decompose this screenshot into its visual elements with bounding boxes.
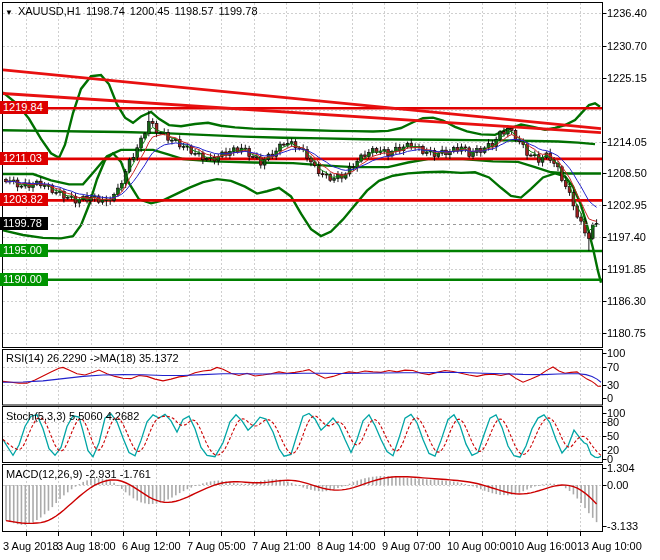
chart-symbol-period: XAUUSD,H1 xyxy=(18,5,81,17)
rsi-axis-label: 70 xyxy=(607,361,619,373)
macd-indicator-label: MACD(12,26,9) -2.931 -1.761 xyxy=(6,468,151,480)
ohlc-open: 1198.74 xyxy=(86,5,125,17)
price-axis-label: 1225.15 xyxy=(607,72,647,84)
chart-title: ▼XAUUSD,H11198.741200.451198.571199.78 xyxy=(5,5,263,17)
ohlc-low: 1198.57 xyxy=(175,5,214,17)
macd-axis-label: -3.133 xyxy=(607,520,638,532)
time-axis-label: 7 Aug 21:00 xyxy=(252,540,311,552)
symbol-dropdown-icon[interactable]: ▼ xyxy=(5,8,13,17)
time-axis-label: 6 Aug 12:00 xyxy=(122,540,181,552)
rsi-axis-label: 30 xyxy=(607,379,619,391)
support-price-badge: 1190.00 xyxy=(0,273,48,286)
ohlc-high: 1200.45 xyxy=(130,5,170,17)
price-axis-label: 1230.70 xyxy=(607,40,647,52)
rsi-axis-label: 0 xyxy=(607,392,613,404)
time-axis-label: 9 Aug 07:00 xyxy=(382,540,441,552)
price-axis-label: 1236.40 xyxy=(607,7,647,19)
ohlc-close: 1199.78 xyxy=(219,5,258,17)
time-axis-label: 10 Aug 16:00 xyxy=(512,540,577,552)
time-axis-label: 3 Aug 18:00 xyxy=(57,540,116,552)
time-axis-label: 13 Aug 10:00 xyxy=(577,540,642,552)
resistance-price-badge: 1219.84 xyxy=(0,101,48,114)
macd-axis-label: 0.00 xyxy=(607,479,628,491)
price-axis-label: 1208.50 xyxy=(607,167,647,179)
stoch-axis-label: 50 xyxy=(607,430,619,442)
time-axis-label: 8 Aug 14:00 xyxy=(317,540,376,552)
price-axis-label: 1214.05 xyxy=(607,136,647,148)
price-axis-label: 1186.30 xyxy=(607,295,646,307)
time-axis-label: 7 Aug 05:00 xyxy=(187,540,246,552)
mt4-chart-window: ▼XAUUSD,H11198.741200.451198.571199.78 R… xyxy=(0,0,660,560)
price-axis-label: 1180.75 xyxy=(607,327,646,339)
resistance-price-badge: 1211.03 xyxy=(0,152,48,165)
price-axis-label: 1191.85 xyxy=(607,263,646,275)
stoch-axis-label: 80 xyxy=(607,416,619,428)
price-axis-label: 1202.95 xyxy=(607,199,647,211)
resistance-price-badge: 1203.82 xyxy=(0,193,48,206)
price-axis-label: 1197.40 xyxy=(607,231,646,243)
current-price-badge: 1199.78 xyxy=(0,217,48,230)
macd-axis-label: 1.304 xyxy=(607,462,635,474)
time-axis-label: 10 Aug 00:00 xyxy=(447,540,512,552)
time-axis-label: 3 Aug 2018 xyxy=(3,540,59,552)
rsi-axis-label: 100 xyxy=(607,347,625,359)
support-price-badge: 1195.00 xyxy=(0,244,48,257)
rsi-indicator-label: RSI(14) 26.2290 ->MA(18) 35.1372 xyxy=(6,352,179,364)
stoch-indicator-label: Stoch(5,3,3) 5.5060 4.2682 xyxy=(6,410,139,422)
